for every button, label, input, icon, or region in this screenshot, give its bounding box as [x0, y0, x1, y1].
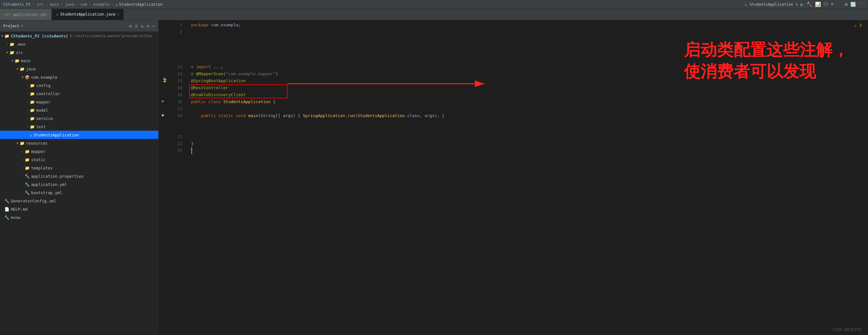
collapse-icon[interactable]: ≡	[135, 24, 137, 29]
code-line-23	[191, 147, 868, 154]
tree-item-templates[interactable]: › 📁 templates	[0, 164, 158, 172]
run-gutter-icon2[interactable]: ▶	[162, 112, 164, 118]
java-file-icon: ☕	[30, 133, 32, 137]
tree-item-mapper2[interactable]: › 📁 mapper	[0, 147, 158, 156]
folder-icon: 📁	[25, 149, 30, 154]
yml-icon: 🔧	[25, 182, 30, 187]
folder-name: config	[36, 83, 51, 88]
tree-item-app-properties[interactable]: 🔧 application.properties	[0, 172, 158, 180]
folder-icon: 📁	[25, 166, 30, 170]
breadcrumb-item[interactable]: src	[37, 2, 44, 7]
file-name: bootstrap.yml	[31, 190, 62, 195]
tree-item-app-yml[interactable]: 🔧 application.yml	[0, 180, 158, 189]
panel-header: Project ▼ ⊕ ≡ ⇅ ⚙ —	[0, 20, 158, 32]
package-name: com.example	[31, 75, 57, 80]
tree-item-src[interactable]: ▼ 📁 src	[0, 48, 158, 57]
java-icon: ☕	[56, 12, 58, 16]
folder-icon: 📁	[30, 116, 35, 121]
folder-icon: 📁	[9, 50, 14, 55]
tree-item-com-example[interactable]: ▼ 📦 com.example	[0, 73, 158, 81]
more-run-options[interactable]: ▼	[831, 2, 833, 7]
vcs-button[interactable]: 🔃	[850, 2, 856, 7]
folder-name: static	[31, 157, 45, 162]
folder-name: controller	[36, 91, 60, 96]
tree-item-resources[interactable]: ▼ 📁 resources	[0, 139, 158, 147]
tree-item-generator-config[interactable]: 🔧 GeneratorConfig.xml	[0, 197, 158, 205]
tab-application-yml[interactable]: yml application.yml	[0, 9, 52, 20]
tree-item-bootstrap-yml[interactable]: 🔧 bootstrap.yml	[0, 189, 158, 197]
tree-container: ▼ 📁 CStudents_P2 [cstudents] E:\test\cst…	[0, 32, 158, 222]
close-panel-icon[interactable]: —	[153, 24, 155, 29]
tree-item-controller[interactable]: › 📁 controller	[0, 90, 158, 98]
file-name: HELP.md	[11, 207, 28, 211]
panel-title: Project	[3, 24, 19, 28]
project-name: CStudents_P2 [cstudents]	[11, 34, 68, 38]
folder-name: main	[21, 58, 30, 63]
tree-item-students-application[interactable]: ☕ StudentsApplication	[0, 131, 158, 139]
code-line-1: package com.example;	[191, 22, 868, 29]
folder-name: service	[36, 116, 53, 121]
folder-icon: 📁	[30, 83, 35, 88]
tree-item-config[interactable]: › 📁 config	[0, 81, 158, 90]
breadcrumb-item[interactable]: com	[80, 2, 87, 7]
settings-button[interactable]: ⚙	[845, 2, 848, 7]
tab-students-application[interactable]: ☕ StudentsApplication.java ✕	[52, 9, 124, 20]
code-line-15: @EnableDiscoveryClient	[191, 91, 868, 98]
left-gutter: 🍃 ▶ ▶	[159, 20, 170, 335]
tree-item-mvnw[interactable]: 🔧 mvnw	[0, 213, 158, 222]
editor-content[interactable]: 🍃 ▶ ▶ 1 2 11 12 13 14 15 16 17 18 21	[159, 20, 868, 335]
breadcrumb-current: StudentsApplication	[119, 2, 162, 7]
folder-name: .mvn	[16, 42, 25, 47]
profile-button[interactable]: 📊	[815, 2, 821, 7]
breadcrumb-item[interactable]: main	[50, 2, 59, 7]
folder-icon: 📁	[30, 108, 35, 112]
sort-icon[interactable]: ⇅	[141, 24, 144, 29]
tree-item-service[interactable]: › 📁 service	[0, 114, 158, 123]
run-config-name[interactable]: StudentsApplication	[750, 2, 793, 7]
tree-item-model[interactable]: › 📁 model	[0, 106, 158, 114]
code-content[interactable]: package com.example; ⊙ import ...; ⊙ @Ma…	[186, 20, 868, 335]
tree-item-test[interactable]: › 📁 test	[0, 123, 158, 131]
tree-item-root[interactable]: ▼ 📁 CStudents_P2 [cstudents] E:\test\cst…	[0, 32, 158, 40]
locate-icon[interactable]: ⊕	[129, 24, 132, 29]
folder-icon: 📁	[14, 58, 20, 63]
dropdown-icon[interactable]: ▼	[796, 2, 798, 7]
run-gutter-icon[interactable]: ▶	[162, 98, 164, 103]
tree-item-java[interactable]: ▼ 📁 java	[0, 65, 158, 73]
breadcrumb-item[interactable]: example	[93, 2, 110, 7]
run-button[interactable]: ▶	[800, 1, 804, 8]
code-line-21	[191, 133, 868, 140]
tree-item-help[interactable]: 📄 HELP.md	[0, 205, 158, 213]
breadcrumb: CStudents_P2 › src › main › java › com ›…	[0, 0, 868, 9]
tree-item-mapper[interactable]: › 📁 mapper	[0, 98, 158, 106]
folder-icon: 📁	[20, 141, 25, 145]
run-config-icon: ☕	[745, 2, 747, 7]
breadcrumb-item[interactable]: CStudents_P2	[3, 2, 31, 7]
tree-item-mvn[interactable]: › 📁 .mvn	[0, 40, 158, 48]
tree-item-main[interactable]: ▼ 📁 main	[0, 57, 158, 65]
annotation-text: 启动类配置这些注解， 使消费者可以发现	[684, 39, 849, 82]
panel-dropdown-icon[interactable]: ▼	[21, 24, 23, 28]
project-panel: Project ▼ ⊕ ≡ ⇅ ⚙ — ▼ 📁 CStudents_P2 [cs…	[0, 20, 159, 335]
close-icon[interactable]: ✕	[117, 12, 119, 16]
springboot-gutter-icon[interactable]: 🍃	[162, 77, 167, 82]
breadcrumb-icon: ☕	[116, 2, 118, 7]
gear-icon[interactable]: ⚙	[147, 24, 149, 29]
terminal-button[interactable]: ⬛	[859, 2, 865, 7]
folder-name: model	[36, 108, 48, 112]
code-line-22: }	[191, 140, 868, 147]
tab-label: StudentsApplication.java	[60, 12, 115, 16]
code-line-17	[191, 105, 868, 112]
folder-name: src	[16, 50, 23, 55]
yml-icon: yml	[4, 12, 11, 16]
file-name: mvnw	[11, 215, 20, 220]
tab-bar: yml application.yml ☕ StudentsApplicatio…	[0, 9, 868, 20]
package-icon: 📦	[25, 75, 30, 80]
breadcrumb-item[interactable]: java	[65, 2, 74, 7]
yml-icon: 🔧	[25, 190, 30, 195]
watermark: CSDN @君放于时	[833, 327, 862, 332]
folder-name: mapper	[31, 149, 45, 154]
tree-item-static[interactable]: › 📁 static	[0, 156, 158, 164]
build-button[interactable]: 🔨	[806, 2, 812, 7]
coverage-button[interactable]: 🛡	[824, 2, 828, 7]
